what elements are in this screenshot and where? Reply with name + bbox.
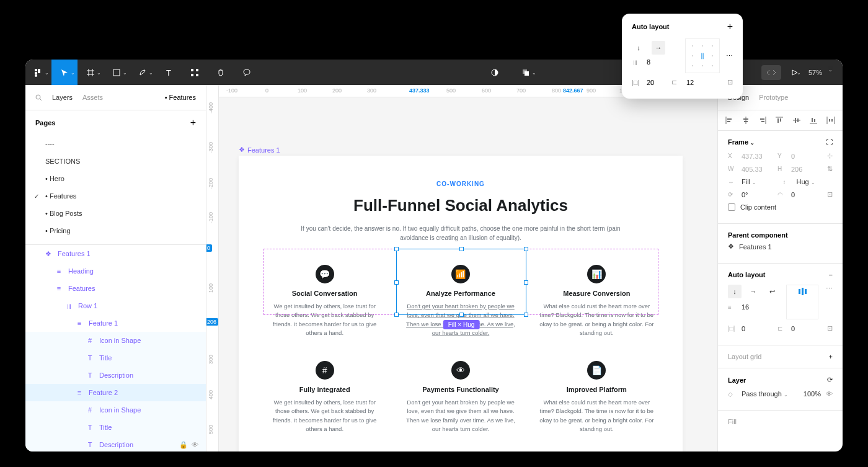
svg-rect-13: [196, 74, 198, 76]
page-item[interactable]: SECTIONS: [25, 153, 206, 170]
resize-to-fit-icon[interactable]: ⛶: [826, 138, 833, 146]
rotation-value[interactable]: 0°: [742, 191, 773, 198]
clip-content-label: Clip content: [740, 203, 776, 211]
add-page-button[interactable]: +: [190, 117, 196, 128]
independent-corners-icon[interactable]: ⊡: [827, 190, 833, 198]
zoom-level[interactable]: 57%: [808, 69, 822, 76]
autolayout-more-icon[interactable]: ⋯: [826, 285, 833, 319]
visibility-icon[interactable]: 👁: [192, 441, 198, 449]
resources-tool[interactable]: [182, 60, 208, 85]
align-bottom-icon[interactable]: [810, 117, 817, 124]
layer-features[interactable]: ≡Features: [25, 280, 206, 297]
page-item-selected[interactable]: • Features: [25, 187, 206, 205]
direction-vertical-button[interactable]: ↓: [728, 285, 742, 298]
align-top-icon[interactable]: [776, 117, 783, 124]
component-indicator[interactable]: ⌄: [513, 60, 539, 85]
prototype-tab[interactable]: Prototype: [759, 94, 788, 101]
layer-description[interactable]: TDescription: [25, 367, 206, 384]
feature-card[interactable]: #Fully integratedWe get insulted by othe…: [264, 356, 386, 438]
layer-title[interactable]: TTitle: [25, 349, 206, 367]
align-hcenter-icon[interactable]: [742, 117, 750, 124]
theme-toggle[interactable]: [482, 60, 508, 85]
artboard[interactable]: CO-WORKING Full-Funnel Social Analytics …: [239, 156, 683, 451]
w-mode[interactable]: Fill ⌄: [742, 178, 778, 185]
clip-content-checkbox[interactable]: [728, 203, 735, 211]
popup-gap-input[interactable]: [647, 58, 665, 66]
popup-add-icon[interactable]: +: [727, 21, 733, 32]
remove-autolayout-icon[interactable]: −: [829, 271, 833, 278]
pen-tool[interactable]: ⌄: [130, 60, 156, 85]
layer-feature2-selected[interactable]: ≡Feature 2: [25, 384, 206, 401]
layer-heading[interactable]: ≡Heading: [25, 262, 206, 280]
feature-card[interactable]: 📄Improved PlatformWhat else could rust t…: [536, 356, 658, 438]
popup-padding-v-input[interactable]: [686, 79, 705, 86]
parent-component-name[interactable]: Features 1: [739, 243, 772, 251]
popup-more-icon[interactable]: ⋯: [726, 52, 733, 60]
independent-padding-icon[interactable]: ⊡: [827, 324, 833, 332]
distribute-icon[interactable]: [826, 117, 835, 124]
popup-alignment-preview[interactable]: ⦀: [685, 38, 720, 73]
comment-tool[interactable]: [234, 60, 260, 85]
direction-wrap-button[interactable]: ↩: [765, 285, 779, 298]
layer-description[interactable]: TDescription🔒👁: [25, 436, 206, 451]
popup-direction-vertical[interactable]: ↓: [632, 41, 645, 55]
padding-v-value[interactable]: 0: [791, 325, 822, 332]
independent-padding-icon[interactable]: ⊡: [727, 78, 733, 86]
w-value[interactable]: 405.33: [742, 166, 773, 173]
page-item[interactable]: • Pricing: [25, 222, 206, 239]
layer-icon-in-shape[interactable]: #Icon in Shape: [25, 401, 206, 419]
main-menu-button[interactable]: ⌄: [25, 60, 51, 85]
present-button[interactable]: ⌄: [786, 60, 804, 85]
assets-tab[interactable]: Assets: [82, 94, 103, 101]
feature-card-selected[interactable]: 📶Analyze PerformanceDon't get your heart…: [399, 260, 521, 342]
position-lock-icon[interactable]: ⊹: [827, 152, 833, 160]
move-tool[interactable]: ⌄: [51, 60, 78, 85]
h-mode[interactable]: Hug ⌄: [797, 178, 833, 185]
align-left-icon[interactable]: [725, 117, 733, 124]
gap-value[interactable]: 16: [742, 303, 779, 311]
alignment-preview[interactable]: [786, 285, 818, 319]
layer-row1[interactable]: ⫼Row 1: [25, 297, 206, 314]
layer-frame[interactable]: ❖Features 1: [25, 245, 206, 262]
feature-card[interactable]: 💬Social ConversationWe get insulted by o…: [264, 260, 386, 342]
feature-card[interactable]: 📊Measure ConversionWhat else could rust …: [536, 260, 658, 342]
svg-rect-32: [795, 118, 796, 123]
file-name[interactable]: • Features: [165, 94, 196, 101]
layer-icon-in-shape[interactable]: #Icon in Shape: [25, 332, 206, 349]
canvas[interactable]: -400 -300 -200 -100 100 300 400 500 600 …: [206, 85, 717, 451]
page-item[interactable]: • Hero: [25, 170, 206, 187]
text-tool[interactable]: T: [156, 60, 182, 85]
hand-tool[interactable]: [208, 60, 234, 85]
feature-card[interactable]: 👁Payments FunctionalityDon't get your he…: [399, 356, 521, 438]
align-right-icon[interactable]: [759, 117, 766, 124]
alignment-bar: [718, 110, 843, 131]
layer-feature1[interactable]: ≡Feature 1: [25, 314, 206, 332]
align-vcenter-icon[interactable]: [793, 117, 800, 124]
blend-mode[interactable]: Pass through ⌄: [742, 390, 799, 398]
radius-value[interactable]: 0: [791, 191, 822, 198]
shape-tool[interactable]: ⌄: [104, 60, 130, 85]
layers-tab[interactable]: Layers: [52, 94, 73, 101]
direction-horizontal-button[interactable]: →: [746, 285, 760, 298]
lock-icon[interactable]: 🔒: [179, 441, 188, 449]
padding-h-value[interactable]: 0: [742, 325, 773, 332]
parent-component-label: Parent component: [728, 231, 788, 239]
x-value[interactable]: 437.33: [742, 153, 773, 160]
page-item[interactable]: ----: [25, 135, 206, 153]
layer-title[interactable]: TTitle: [25, 419, 206, 436]
h-value[interactable]: 206: [791, 166, 822, 173]
dev-mode-toggle[interactable]: [761, 65, 781, 80]
opacity-value[interactable]: 100%: [804, 390, 821, 398]
page-item[interactable]: • Blog Posts: [25, 205, 206, 222]
add-layout-grid-icon[interactable]: +: [829, 353, 833, 360]
search-icon[interactable]: [35, 94, 42, 101]
visibility-icon[interactable]: 👁: [826, 390, 833, 398]
ruler-marker-height: 206: [206, 318, 218, 326]
layer-settings-icon[interactable]: ⟳: [827, 376, 833, 384]
y-value[interactable]: 0: [791, 153, 822, 160]
frame-tool[interactable]: ⌄: [78, 60, 104, 85]
constrain-icon[interactable]: ⇅: [827, 165, 833, 173]
popup-direction-horizontal[interactable]: →: [652, 41, 665, 55]
popup-padding-h-input[interactable]: [647, 79, 665, 86]
frame-label[interactable]: ❖Features 1: [239, 146, 280, 154]
